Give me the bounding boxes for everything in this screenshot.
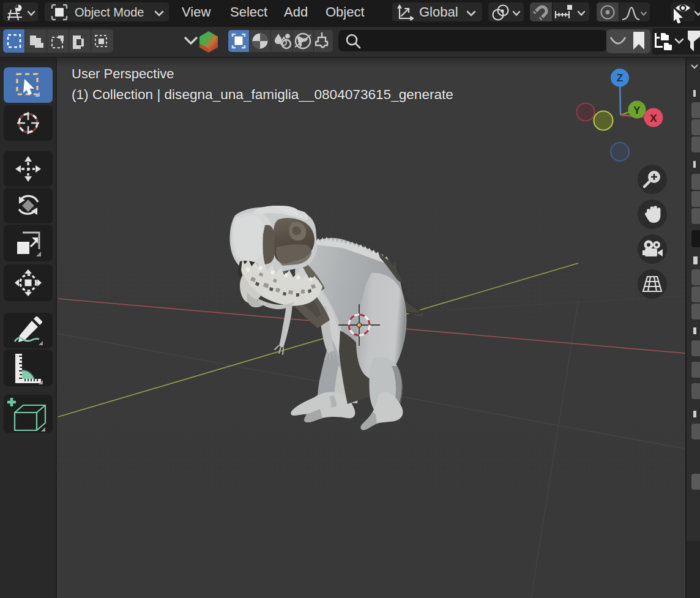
svg-text:Y: Y [633, 105, 641, 116]
svg-text:Z: Z [617, 72, 623, 84]
svg-text:X: X [650, 113, 657, 124]
